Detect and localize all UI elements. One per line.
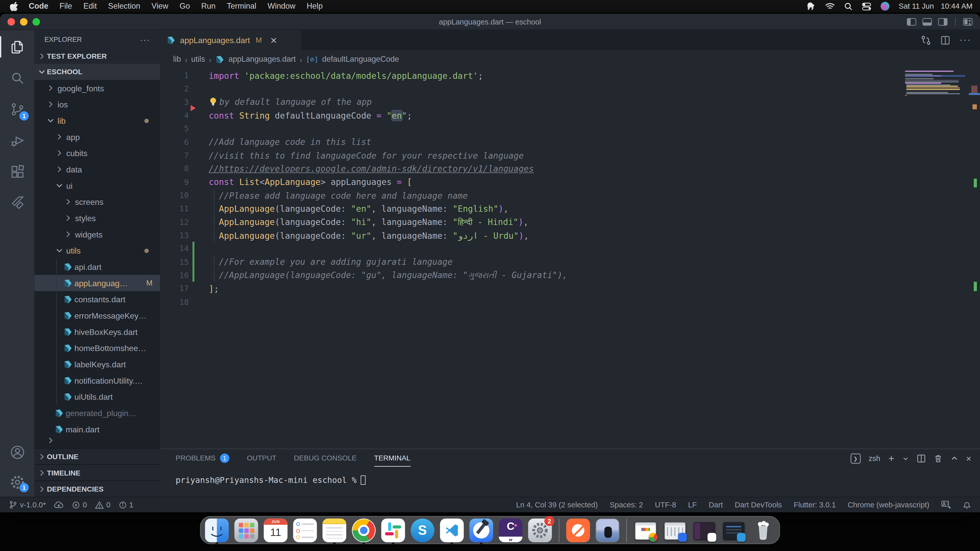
panel-tab-output[interactable]: OUTPUT (247, 449, 277, 467)
dock-chrome[interactable] (352, 519, 375, 544)
tree-item-labelkeys-dart[interactable]: labelKeys.dart (35, 356, 160, 372)
explorer-more-actions-icon[interactable]: ··· (140, 35, 150, 44)
code-line-14[interactable]: 14 (160, 242, 966, 255)
status-item-lf[interactable]: LF (688, 500, 697, 509)
tree-item-styles[interactable]: styles (35, 210, 160, 226)
dock-vscode[interactable] (440, 519, 464, 544)
menu-item-go[interactable]: Go (180, 2, 190, 11)
tree-item-main-dart[interactable]: main.dart (35, 421, 160, 437)
section-eschool[interactable]: ESCHOOL (35, 64, 160, 80)
tree-item-ui[interactable]: ui (35, 178, 160, 194)
menu-item-window[interactable]: Window (268, 2, 296, 11)
tree-item-hiveboxkeys-dart[interactable]: hiveBoxKeys.dart (35, 324, 160, 340)
close-button[interactable] (7, 18, 15, 25)
split-editor-icon[interactable] (941, 35, 950, 44)
toggle-panel-icon[interactable] (923, 18, 932, 25)
panel-tab-debug-console[interactable]: DEBUG CONSOLE (294, 449, 357, 467)
code-line-10[interactable]: 10 //Please add language code here and l… (160, 189, 966, 202)
menu-item-view[interactable]: View (151, 2, 169, 11)
menu-item-file[interactable]: File (59, 2, 72, 11)
breadcrumb-lib[interactable]: lib (173, 55, 181, 64)
code-line-15[interactable]: 15 //For example you are adding gujarati… (160, 256, 966, 268)
dock-skype[interactable]: S (410, 519, 434, 544)
search-sidebar-icon[interactable] (0, 62, 35, 94)
kill-terminal-icon[interactable] (934, 454, 942, 463)
terminal-dropdown-icon[interactable] (902, 455, 908, 462)
tree-item-data[interactable]: data (35, 161, 160, 178)
dock-xcode-window[interactable] (663, 519, 687, 544)
toggle-secondary-sidebar-icon[interactable] (938, 18, 948, 25)
status-branch[interactable]: v-1.0.0* (9, 500, 46, 509)
settings-gear-icon[interactable]: 1 (0, 468, 35, 497)
status-item-chrome-web-javascript[interactable]: Chrome (web-javascript) (848, 500, 929, 509)
dock-slack-window[interactable] (692, 519, 716, 544)
explorer-icon[interactable] (0, 31, 35, 62)
code-line-1[interactable]: 1import 'package:eschool/data/models/app… (160, 68, 966, 82)
shell-label[interactable]: zsh (869, 454, 880, 463)
tree-item-lib[interactable]: lib (35, 113, 160, 129)
tree-item-cubits[interactable]: cubits (35, 145, 160, 161)
code-line-2[interactable]: 2 (160, 82, 966, 95)
dock-chrome-window[interactable] (634, 519, 657, 544)
menu-item-selection[interactable]: Selection (108, 2, 140, 11)
dock-calendar[interactable]: JUN11 (264, 519, 287, 544)
status-item-spaces-2[interactable]: Spaces: 2 (610, 500, 643, 509)
code-line-3[interactable]: 3by default language of the app (160, 95, 966, 109)
siri-icon[interactable] (880, 2, 889, 11)
menu-item-run[interactable]: Run (201, 2, 215, 11)
run-debug-icon[interactable] (0, 125, 35, 156)
tree-item-api-dart[interactable]: api.dart (35, 259, 160, 275)
terminal-icon[interactable]: ❯ (851, 454, 861, 464)
zoom-button[interactable] (32, 18, 40, 25)
menu-item-help[interactable]: Help (307, 2, 323, 11)
source-control-icon[interactable]: 1 (0, 94, 35, 125)
tree-item-utils[interactable]: utils (35, 242, 160, 259)
dock-launchpad[interactable] (234, 519, 258, 544)
bell-icon[interactable] (963, 500, 971, 509)
code-line-12[interactable]: 12 AppLanguage(languageCode: "hi", langu… (160, 215, 966, 229)
dock-clickup[interactable]: wC (499, 519, 522, 544)
breadcrumb-defaultlanguagecode[interactable]: defaultLanguageCode (322, 55, 399, 64)
code-line-4[interactable]: 4const String defaultLanguageCode = "en"… (160, 109, 966, 122)
wifi-icon[interactable] (825, 3, 835, 10)
dock-trash[interactable] (751, 519, 775, 544)
more-actions-icon[interactable]: ··· (959, 35, 971, 46)
tree-item-app[interactable]: app (35, 129, 160, 145)
tree-item-generated-plugin[interactable]: generated_plugin_… (35, 405, 160, 421)
new-terminal-icon[interactable]: + (888, 453, 894, 464)
status-sync-icon[interactable] (54, 500, 64, 509)
tree-item-widgets[interactable]: widgets (35, 226, 160, 243)
code-line-13[interactable]: 13 AppLanguage(languageCode: "ur", langu… (160, 229, 966, 242)
tree-item-uiutils-dart[interactable]: uiUtils.dart (35, 389, 160, 405)
customize-layout-icon[interactable] (963, 18, 973, 25)
dock-notes[interactable] (323, 519, 346, 544)
menu-time[interactable]: 10:44 AM (941, 2, 972, 11)
maximize-panel-icon[interactable] (950, 455, 958, 462)
tree-item-clipped[interactable] (35, 437, 160, 443)
account-icon[interactable] (0, 437, 35, 468)
breadcrumb-applanguages-dart[interactable]: appLanguages.dart (228, 55, 296, 64)
code-line-11[interactable]: 11 AppLanguage(languageCode: "en", langu… (160, 202, 966, 215)
status-infos[interactable]: 1 (119, 500, 134, 509)
section-outline[interactable]: OUTLINE (35, 448, 160, 464)
apple-menu-icon[interactable] (10, 2, 18, 11)
dock-settings[interactable]: 2 (528, 519, 552, 544)
dock-slack[interactable] (381, 519, 405, 544)
dock-postman[interactable] (566, 519, 590, 544)
code-line-7[interactable]: 7//visit this to find languageCode for y… (160, 149, 966, 162)
tree-item-applanguag[interactable]: appLanguag…M (35, 275, 160, 291)
code-line-6[interactable]: 6//Add language code in this list (160, 135, 966, 149)
terminal-prompt[interactable]: priyansh@Priyanshs-Mac-mini eschool % (176, 475, 365, 485)
breadcrumb-utils[interactable]: utils (191, 55, 205, 64)
code-line-17[interactable]: 17]; (160, 282, 966, 295)
tree-item-notificationutility[interactable]: notificationUtility.… (35, 372, 160, 389)
code-editor[interactable]: 1import 'package:eschool/data/models/app… (160, 68, 980, 448)
menu-app-name[interactable]: Code (29, 2, 48, 11)
toggle-sidebar-icon[interactable] (907, 18, 916, 25)
code-line-16[interactable]: 16 //AppLanguage(languageCode: "gu", lan… (160, 268, 966, 282)
elephant-icon[interactable] (805, 2, 816, 11)
tree-item-ios[interactable]: ios (35, 96, 160, 113)
code-line-8[interactable]: 8//https://developers.google.com/admin-s… (160, 162, 966, 175)
status-warnings[interactable]: 0 (95, 500, 110, 509)
tree-item-google-fonts[interactable]: google_fonts (35, 80, 160, 96)
